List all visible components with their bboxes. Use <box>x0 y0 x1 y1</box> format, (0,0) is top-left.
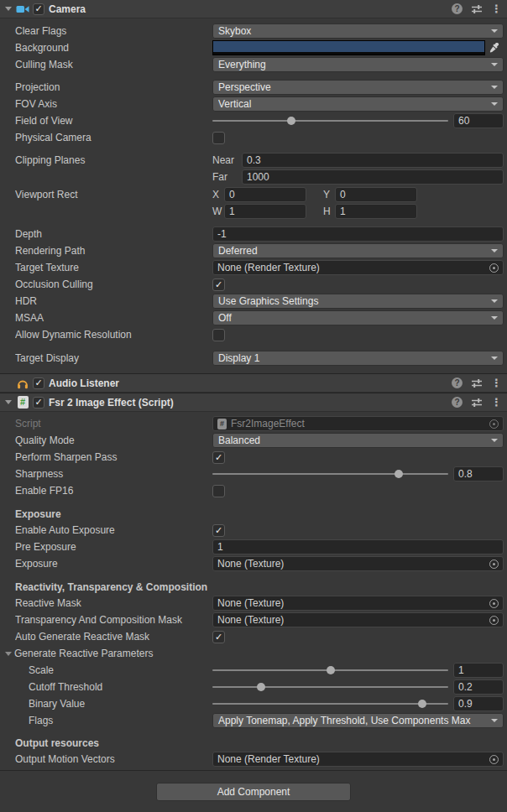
rendering-path-dropdown[interactable]: Deferred <box>212 243 504 258</box>
allow-dynamic-resolution-checkbox[interactable] <box>212 329 225 341</box>
hdr-dropdown[interactable]: Use Graphics Settings <box>212 294 504 309</box>
viewport-rect-label: Viewport Rect <box>15 189 212 200</box>
culling-mask-label: Culling Mask <box>15 59 212 70</box>
camera-enabled-checkbox[interactable]: ✓ <box>33 3 44 15</box>
object-picker-icon[interactable] <box>489 616 499 625</box>
slider-handle[interactable] <box>287 117 295 125</box>
binary-value-slider[interactable] <box>212 697 448 710</box>
help-icon[interactable]: ? <box>452 397 463 408</box>
cutoff-threshold-slider[interactable] <box>212 680 448 694</box>
generate-reactive-parameters-label[interactable]: Generate Reactive Parameters <box>14 648 504 659</box>
foldout-arrow-icon[interactable] <box>5 400 12 404</box>
exposure-section-header: Exposure <box>0 507 507 522</box>
viewport-h-field[interactable]: 1 <box>335 204 417 219</box>
pre-exposure-label: Pre Exposure <box>15 541 212 553</box>
transparency-mask-label: Transparency And Composition Mask <box>15 614 212 626</box>
target-display-dropdown[interactable]: Display 1 <box>212 351 504 366</box>
script-field[interactable]: # Fsr2ImageEffect <box>212 416 504 431</box>
scale-value[interactable]: 1 <box>453 663 504 678</box>
auto-generate-reactive-mask-checkbox[interactable]: ✓ <box>212 631 225 643</box>
presets-icon[interactable] <box>471 378 483 388</box>
viewport-y-label: Y <box>323 189 335 200</box>
viewport-w-field[interactable]: 1 <box>224 204 306 219</box>
audio-listener-enabled-checkbox[interactable]: ✓ <box>33 377 44 389</box>
chevron-down-icon <box>491 29 498 33</box>
quality-mode-dropdown[interactable]: Balanced <box>212 433 504 448</box>
slider-track <box>212 120 448 122</box>
exposure-field[interactable]: None (Texture) <box>212 556 504 571</box>
perform-sharpen-pass-checkbox[interactable]: ✓ <box>212 451 225 464</box>
foldout-arrow-icon[interactable] <box>5 7 12 11</box>
allow-dynamic-resolution-label: Allow Dynamic Resolution <box>15 329 212 341</box>
flags-dropdown[interactable]: Apply Tonemap, Apply Threshold, Use Comp… <box>212 713 504 728</box>
object-picker-icon[interactable] <box>489 419 499 429</box>
msaa-label: MSAA <box>15 312 212 324</box>
far-label: Far <box>212 171 242 183</box>
occlusion-culling-label: Occlusion Culling <box>15 278 212 290</box>
fsr2-body: Script # Fsr2ImageEffect Quality Mode Ba… <box>0 412 507 768</box>
transparency-mask-field[interactable]: None (Texture) <box>212 612 504 627</box>
field-of-view-slider[interactable] <box>212 114 448 128</box>
target-texture-field[interactable]: None (Render Texture) <box>212 260 504 275</box>
color-swatch[interactable] <box>212 40 485 55</box>
more-options-icon[interactable]: ⋮ <box>491 3 502 14</box>
background-color-field[interactable] <box>212 40 504 55</box>
field-of-view-value[interactable]: 60 <box>453 113 504 128</box>
presets-icon[interactable] <box>471 4 483 14</box>
clear-flags-dropdown[interactable]: Skybox <box>212 23 504 39</box>
depth-field[interactable]: -1 <box>212 226 504 242</box>
object-picker-icon[interactable] <box>489 560 499 569</box>
sharpness-slider[interactable] <box>212 467 448 481</box>
physical-camera-checkbox[interactable] <box>212 132 225 144</box>
add-component-button[interactable]: Add Component <box>156 783 351 801</box>
culling-mask-dropdown[interactable]: Everything <box>212 57 504 72</box>
viewport-x-field[interactable]: 0 <box>224 187 306 202</box>
eyedropper-icon[interactable] <box>485 40 504 55</box>
enable-fp16-label: Enable FP16 <box>15 485 212 497</box>
enable-fp16-checkbox[interactable] <box>212 485 225 497</box>
binary-value-value[interactable]: 0.9 <box>453 696 504 711</box>
chevron-down-icon <box>491 439 498 442</box>
row-enable-fp16: Enable FP16 <box>0 482 507 499</box>
projection-dropdown[interactable]: Perspective <box>212 80 504 95</box>
slider-handle[interactable] <box>327 666 335 674</box>
msaa-dropdown[interactable]: Off <box>212 310 504 325</box>
fsr2-enabled-checkbox[interactable]: ✓ <box>33 397 44 409</box>
slider-handle[interactable] <box>418 700 426 708</box>
help-icon[interactable]: ? <box>452 377 463 388</box>
slider-track <box>212 473 448 475</box>
reactive-mask-field[interactable]: None (Texture) <box>212 596 504 611</box>
slider-handle[interactable] <box>395 470 403 478</box>
script-icon: # <box>16 396 29 409</box>
slider-handle[interactable] <box>257 683 265 691</box>
pre-exposure-field[interactable]: 1 <box>212 539 504 554</box>
viewport-y-field[interactable]: 0 <box>335 187 417 202</box>
row-occlusion-culling: Occlusion Culling ✓ <box>0 276 507 293</box>
near-field[interactable]: 0.3 <box>242 153 504 168</box>
more-options-icon[interactable]: ⋮ <box>491 397 502 408</box>
row-rendering-path: Rendering Path Deferred <box>0 242 507 259</box>
row-output-motion-vectors: Output Motion Vectors None (Render Textu… <box>0 751 507 768</box>
more-options-icon[interactable]: ⋮ <box>491 377 502 388</box>
row-binary-value: Binary Value 0.9 <box>0 695 507 712</box>
object-picker-icon[interactable] <box>489 755 499 764</box>
headphones-icon <box>16 377 29 390</box>
field-of-view-label: Field of View <box>15 115 212 127</box>
scale-slider[interactable] <box>212 664 448 677</box>
foldout-arrow-icon[interactable] <box>5 652 12 656</box>
help-icon[interactable]: ? <box>452 3 463 14</box>
row-msaa: MSAA Off <box>0 310 507 326</box>
occlusion-culling-checkbox[interactable]: ✓ <box>212 278 225 291</box>
enable-auto-exposure-checkbox[interactable]: ✓ <box>212 524 225 537</box>
row-transparency-mask: Transparency And Composition Mask None (… <box>0 612 507 628</box>
object-picker-icon[interactable] <box>489 263 499 273</box>
fov-axis-dropdown[interactable]: Vertical <box>212 96 504 112</box>
object-picker-icon[interactable] <box>489 599 499 608</box>
far-field[interactable]: 1000 <box>242 169 504 185</box>
presets-icon[interactable] <box>471 398 483 408</box>
cutoff-threshold-value[interactable]: 0.2 <box>453 679 504 695</box>
clipping-planes-label: Clipping Planes <box>15 154 212 166</box>
output-motion-vectors-field[interactable]: None (Render Texture) <box>212 752 504 767</box>
sharpness-value[interactable]: 0.8 <box>453 466 504 481</box>
row-viewport-xy: Viewport Rect X 0 Y 0 <box>0 186 507 203</box>
